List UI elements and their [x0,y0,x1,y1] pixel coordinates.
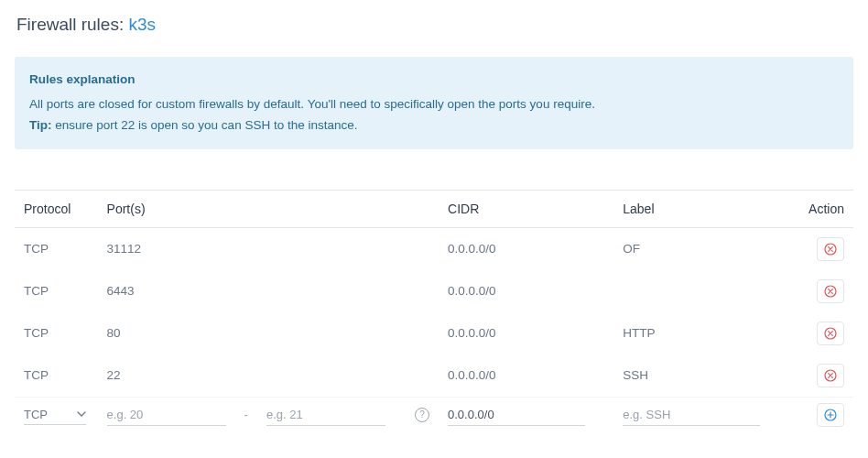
table-row: TCP 80 0.0.0.0/0 HTTP [15,312,853,354]
port-start-input[interactable] [107,404,226,426]
cell-protocol: TCP [15,227,98,270]
cell-cidr: 0.0.0.0/0 [439,312,613,354]
table-row: TCP 6443 0.0.0.0/0 [15,270,853,312]
cell-protocol: TCP [15,354,98,398]
header-label: Label [613,190,788,227]
help-icon[interactable]: ? [415,408,429,422]
cell-protocol: TCP [15,312,98,354]
port-range-dash: - [244,408,248,421]
add-rule-button[interactable] [817,403,844,427]
tip-label: Tip: [29,118,52,132]
explanation-body: All ports are closed for custom firewall… [29,94,839,115]
delete-icon [824,369,837,382]
tip-body: ensure port 22 is open so you can SSH to… [52,118,358,132]
cell-label [613,270,788,312]
cell-ports: 22 [98,354,439,398]
cell-ports: 31112 [98,227,439,270]
chevron-down-icon [77,411,86,417]
title-prefix: Firewall rules: [16,15,128,34]
header-ports: Port(s) [98,190,439,227]
cell-ports: 6443 [98,270,439,312]
cell-label: SSH [613,354,788,398]
cell-ports: 80 [98,312,439,354]
cell-protocol: TCP [15,270,98,312]
cell-cidr: 0.0.0.0/0 [439,227,613,270]
delete-rule-button[interactable] [817,237,844,261]
delete-rule-button[interactable] [817,279,844,303]
protocol-select[interactable]: TCP [24,405,86,425]
delete-icon [824,243,837,256]
cell-label: HTTP [613,312,788,354]
page-title: Firewall rules: k3s [15,15,853,35]
protocol-select-value: TCP [24,408,48,421]
new-rule-row: TCP - ? [15,397,853,436]
rules-explanation-box: Rules explanation All ports are closed f… [15,57,853,149]
header-protocol: Protocol [15,190,98,227]
explanation-heading: Rules explanation [29,70,839,91]
table-row: TCP 31112 0.0.0.0/0 OF [15,227,853,270]
delete-icon [824,285,837,298]
delete-rule-button[interactable] [817,322,844,345]
header-cidr: CIDR [439,190,613,227]
cidr-input[interactable] [448,404,585,426]
label-input[interactable] [623,404,760,426]
explanation-tip: Tip: ensure port 22 is open so you can S… [29,115,839,136]
delete-rule-button[interactable] [817,364,844,387]
firewall-name: k3s [128,15,156,34]
cell-cidr: 0.0.0.0/0 [439,354,613,398]
table-row: TCP 22 0.0.0.0/0 SSH [15,354,853,398]
port-end-input[interactable] [266,404,385,426]
cell-label: OF [613,227,788,270]
cell-cidr: 0.0.0.0/0 [439,270,613,312]
firewall-rules-table: Protocol Port(s) CIDR Label Action TCP 3… [15,190,853,436]
delete-icon [824,327,837,340]
header-action: Action [789,190,853,227]
add-icon [824,409,837,421]
